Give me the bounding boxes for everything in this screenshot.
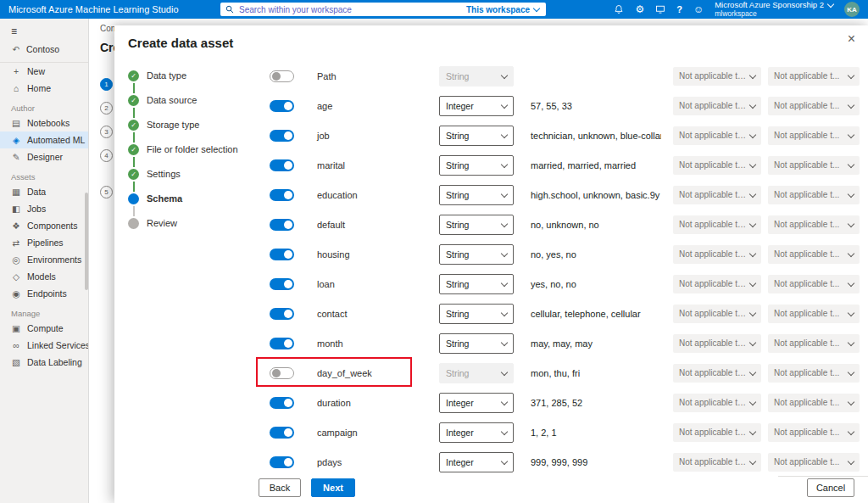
sidebar-item-designer[interactable]: ✎Designer — [0, 148, 88, 165]
workspace-switcher[interactable]: ↶ Contoso — [0, 40, 88, 63]
column-type-value: String — [446, 131, 469, 141]
column-include-toggle[interactable] — [270, 338, 294, 349]
sidebar-item-compute[interactable]: ▣Compute — [0, 320, 88, 337]
column-include-toggle[interactable] — [270, 367, 294, 379]
na-dropdown-2: Not applicable t... — [768, 126, 860, 145]
na-dropdown-1-label: Not applicable to sel... — [679, 71, 750, 81]
search-box[interactable]: This workspace — [220, 3, 546, 16]
sidebar-item-endpoints[interactable]: ◉Endpoints — [0, 285, 88, 302]
linked-icon: ∞ — [11, 340, 21, 350]
sidebar-item-home[interactable]: ⌂Home — [0, 80, 88, 97]
column-include-toggle[interactable] — [270, 427, 294, 439]
background-step-circle: 2 — [100, 102, 113, 115]
column-include-toggle[interactable] — [270, 308, 294, 320]
hamburger-menu-icon[interactable]: ≡ — [0, 19, 88, 40]
sidebar-item-environments[interactable]: ◎Environments — [0, 251, 88, 268]
step-settings: ✓Settings — [128, 168, 255, 193]
chevron-down-icon — [749, 101, 756, 108]
chevron-down-icon — [501, 101, 508, 108]
step-connector — [133, 108, 135, 118]
sidebar-item-pipelines[interactable]: ⇄Pipelines — [0, 234, 88, 251]
home-icon: ⌂ — [11, 83, 21, 93]
column-type-select[interactable]: String — [439, 185, 514, 205]
settings-gear-icon[interactable]: ⚙ — [635, 4, 644, 14]
schema-row: loan String yes, no, no Not applicable t… — [254, 269, 865, 299]
column-type-value: String — [446, 249, 469, 260]
sidebar-item-models[interactable]: ◇Models — [0, 268, 88, 285]
chevron-down-icon — [501, 71, 508, 78]
na-dropdown-1-label: Not applicable to sel... — [679, 428, 750, 437]
sidebar-item-data[interactable]: ▦Data — [0, 183, 88, 200]
chevron-down-icon — [848, 398, 854, 405]
column-type-select[interactable]: Integer — [439, 422, 514, 443]
chevron-down-icon — [827, 1, 834, 8]
search-input[interactable] — [237, 4, 459, 15]
column-type-select[interactable]: Integer — [439, 452, 514, 472]
column-include-toggle[interactable] — [270, 100, 294, 112]
account-menu[interactable]: Microsoft Azure Sponsorship 2 mlworkspac… — [715, 1, 833, 19]
workspace-scope-dropdown[interactable]: This workspace — [459, 5, 546, 14]
na-dropdown-1-label: Not applicable to sel... — [679, 101, 750, 110]
na-dropdown-2: Not applicable t... — [768, 186, 860, 204]
help-icon[interactable]: ? — [676, 5, 682, 14]
column-include-toggle[interactable] — [270, 278, 294, 290]
column-type-select[interactable]: String — [439, 304, 514, 324]
sidebar-item-new[interactable]: +New — [0, 63, 88, 80]
na-dropdown-1-label: Not applicable to sel... — [679, 398, 750, 407]
sidebar-section-heading: Manage — [0, 302, 88, 320]
column-type-select: String — [439, 363, 514, 383]
sample-values: may, may, may — [515, 338, 661, 349]
column-type-select[interactable]: String — [439, 333, 514, 354]
column-type-select[interactable]: String — [439, 126, 514, 146]
column-type-select[interactable]: Integer — [439, 96, 514, 116]
next-button[interactable]: Next — [311, 478, 355, 497]
na-dropdown-1-label: Not applicable to sel... — [679, 131, 750, 140]
sidebar-section-heading: Assets — [0, 165, 88, 183]
column-type-value: Integer — [446, 428, 474, 438]
column-include-toggle[interactable] — [270, 456, 294, 468]
notifications-bell-icon[interactable] — [614, 4, 624, 14]
sidebar-item-jobs[interactable]: ◧Jobs — [0, 200, 88, 217]
close-icon[interactable]: × — [848, 31, 855, 47]
column-include-toggle[interactable] — [270, 249, 294, 260]
column-include-toggle[interactable] — [270, 70, 294, 82]
chevron-down-icon — [749, 131, 756, 137]
column-include-toggle[interactable] — [270, 397, 294, 409]
toggle-knob — [284, 191, 292, 199]
na-dropdown-2: Not applicable t... — [768, 453, 860, 472]
column-include-toggle[interactable] — [270, 189, 294, 201]
column-include-toggle[interactable] — [270, 219, 294, 231]
column-include-toggle[interactable] — [270, 159, 294, 171]
column-type-select: String — [439, 66, 514, 87]
sidebar-scrollbar[interactable] — [85, 193, 88, 290]
chevron-down-icon — [749, 368, 756, 375]
column-include-toggle[interactable] — [270, 130, 294, 142]
smiley-feedback-icon[interactable]: ☺ — [693, 4, 704, 14]
na-dropdown-2: Not applicable t... — [768, 156, 860, 175]
column-type-select[interactable]: Integer — [439, 393, 514, 413]
column-type-select[interactable]: String — [439, 274, 514, 294]
cancel-button[interactable]: Cancel — [807, 478, 854, 497]
column-name: month — [298, 338, 424, 349]
schema-row: housing String no, yes, no Not applicabl… — [254, 239, 865, 269]
step-connector — [133, 182, 135, 192]
column-type-select[interactable]: String — [439, 155, 514, 176]
na-dropdown-2: Not applicable t... — [768, 275, 860, 293]
column-type-select[interactable]: String — [439, 244, 514, 265]
sidebar-item-label: Home — [27, 83, 51, 93]
sidebar-item-linked-services[interactable]: ∞Linked Services — [0, 337, 88, 354]
step-connector — [133, 206, 135, 216]
feedback-icon[interactable] — [655, 4, 665, 14]
column-type-select[interactable]: String — [439, 215, 514, 235]
sidebar-item-automated-ml[interactable]: ◈Automated ML — [0, 131, 88, 148]
chevron-down-icon — [501, 309, 508, 316]
sidebar-item-label: Data Labeling — [27, 357, 82, 367]
step-connector — [133, 132, 135, 143]
back-button[interactable]: Back — [259, 478, 301, 497]
chevron-down-icon — [848, 428, 854, 434]
sample-values: no, yes, no — [515, 249, 661, 260]
sidebar-item-data-labeling[interactable]: ▧Data Labeling — [0, 354, 88, 371]
sidebar-item-components[interactable]: ❖Components — [0, 217, 88, 234]
avatar[interactable]: KA — [844, 2, 860, 17]
sidebar-item-notebooks[interactable]: ▤Notebooks — [0, 115, 88, 131]
